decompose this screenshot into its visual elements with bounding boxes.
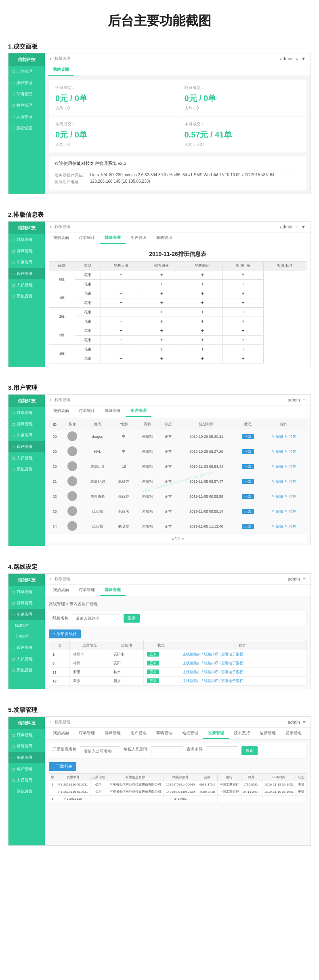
action-link[interactable]: ✎ 编辑 bbox=[272, 435, 283, 439]
tab-5-schedule[interactable]: 排班管理 bbox=[100, 728, 126, 739]
sidebar-item-3-vehicles[interactable]: □ 车辆管理 bbox=[8, 430, 45, 441]
tab-2-vehicles[interactable]: 车辆管理 bbox=[151, 232, 177, 244]
action-link[interactable]: ✎ 拉黑 bbox=[285, 435, 296, 439]
tab-2-schedule[interactable]: 排班管理 bbox=[100, 232, 126, 244]
tab-5-users[interactable]: 用户管理 bbox=[126, 728, 151, 739]
action-link[interactable]: ✎ 编辑 bbox=[272, 479, 283, 484]
action-link[interactable]: ✎ 拉黑 bbox=[285, 479, 296, 484]
back-icon-5[interactable]: ‹ bbox=[50, 720, 51, 724]
search-button-4[interactable]: 搜索 bbox=[124, 614, 140, 623]
menu-icon-5[interactable]: ≡ bbox=[303, 720, 306, 724]
tab-2-desk[interactable]: 我的桌面 bbox=[48, 232, 74, 244]
tab-4-desk[interactable]: 我的桌面 bbox=[48, 585, 74, 596]
sidebar-item-2-vehicles[interactable]: □ 车辆管理 bbox=[8, 257, 45, 268]
sidebar-item-3-customers[interactable]: □ 购户管理 bbox=[8, 441, 45, 452]
tab-2-order-stats[interactable]: 订单统计 bbox=[74, 232, 100, 244]
tab-3-schedule[interactable]: 排班管理 bbox=[100, 406, 126, 417]
action-link[interactable]: ✎ 编辑 bbox=[272, 494, 283, 498]
tab-5-orders[interactable]: 订单管理 bbox=[74, 728, 100, 739]
sidebar-item-settings[interactable]: □ 系统设置 bbox=[8, 122, 45, 134]
user-table: ID 头像 账号 性别 昵称 状态 注册时间 状态 操作 20dragon男未填… bbox=[48, 420, 307, 534]
tab-5-tech[interactable]: 技术支持 bbox=[229, 728, 255, 739]
sidebar-item-5-vehicles[interactable]: □ 车辆管理 bbox=[8, 752, 45, 763]
invoice-filter-input-1[interactable] bbox=[80, 746, 120, 755]
action-link[interactable]: ✎ 编辑 bbox=[272, 465, 283, 469]
action-link[interactable]: ✎ 拉黑 bbox=[285, 509, 296, 513]
sidebar-item-3-staff[interactable]: □ 人员管理 bbox=[8, 452, 45, 464]
back-icon-3[interactable]: ‹ bbox=[50, 397, 51, 402]
sidebar-item-2-schedule[interactable]: □ 排班管理 bbox=[8, 245, 45, 257]
sidebar-item-2-customers[interactable]: □ 购户管理 bbox=[8, 268, 45, 279]
sidebar-item-4-orders[interactable]: □ 订单管理 bbox=[8, 586, 45, 598]
sidebar-item-4-settings[interactable]: □ 系统设置 bbox=[8, 665, 45, 676]
tab-4-orders[interactable]: 订单管理 bbox=[74, 585, 100, 596]
staff-icon-2: □ bbox=[13, 283, 15, 287]
tab-5-stations[interactable]: 站点管理 bbox=[177, 728, 203, 739]
tab-4-schedule[interactable]: 排班管理 bbox=[100, 585, 126, 596]
sidebar-item-4-schedule[interactable]: □ 排班管理 bbox=[8, 598, 45, 609]
sidebar-item-orders[interactable]: □ 订单管理 bbox=[8, 66, 45, 77]
sidebar-subitem-routes[interactable]: 线路管理 bbox=[8, 620, 45, 631]
sidebar-item-3-orders[interactable]: □ 订单管理 bbox=[8, 407, 45, 418]
schedule-data-cell: + bbox=[141, 336, 182, 345]
bell-icon-1[interactable]: ▼ bbox=[301, 56, 306, 61]
menu-icon-4[interactable]: ≡ bbox=[303, 577, 306, 581]
sidebar-item-vehicles[interactable]: □ 车辆管理 bbox=[8, 89, 45, 100]
sidebar-item-5-staff[interactable]: □ 人员管理 bbox=[8, 775, 45, 786]
menu-icon-2[interactable]: ≡ bbox=[296, 224, 298, 229]
action-link[interactable]: ✎ 编辑 bbox=[272, 509, 283, 513]
invoice-filter-input-3[interactable] bbox=[206, 746, 238, 755]
table-row: 11安阳林州正常主线路路由 / 线路排序 / 查看电子围栏 bbox=[49, 668, 306, 677]
back-icon[interactable]: ‹ bbox=[50, 56, 51, 61]
back-icon-2[interactable]: ‹ bbox=[50, 224, 51, 229]
sidebar-item-3-settings[interactable]: □ 系统设置 bbox=[8, 464, 45, 475]
tab-5-invoice2[interactable]: 发票管理 bbox=[281, 728, 306, 739]
action-link[interactable]: ✎ 编辑 bbox=[272, 450, 283, 454]
tab-5-vehicles[interactable]: 车辆管理 bbox=[151, 728, 177, 739]
back-icon-4[interactable]: ‹ bbox=[50, 577, 51, 581]
topbar-left-3: ‹ 权限管理 bbox=[50, 397, 71, 403]
bell-icon-2[interactable]: ▼ bbox=[301, 224, 306, 229]
sidebar-item-customers[interactable]: □ 购户管理 bbox=[8, 100, 45, 111]
sidebar-item-4-vehicles[interactable]: □ 车辆管理 bbox=[8, 609, 45, 620]
avatar bbox=[67, 446, 77, 456]
menu-icon-1[interactable]: ≡ bbox=[296, 56, 298, 61]
action-link[interactable]: ✎ 拉黑 bbox=[285, 465, 296, 469]
menu-icon-3[interactable]: ≡ bbox=[303, 397, 306, 402]
sidebar-item-3-schedule[interactable]: □ 排班管理 bbox=[8, 418, 45, 430]
tab-my-desk[interactable]: 我的桌面 bbox=[48, 64, 74, 76]
add-route-button[interactable]: + 添加新线路 bbox=[49, 629, 81, 638]
sidebar-item-4-customers[interactable]: □ 购户管理 bbox=[8, 642, 45, 653]
sidebar-item-2-settings[interactable]: □ 系统设置 bbox=[8, 291, 45, 302]
sidebar-item-staff[interactable]: □ 人员管理 bbox=[8, 111, 45, 122]
sidebar-item-5-schedule[interactable]: □ 排班管理 bbox=[8, 741, 45, 752]
action-link[interactable]: ✎ 编辑 bbox=[272, 524, 283, 528]
tab-5-desk[interactable]: 我的桌面 bbox=[48, 728, 74, 739]
th-inv-amount: 金额 bbox=[197, 774, 218, 781]
sidebar-item-2-orders[interactable]: □ 订单管理 bbox=[8, 234, 45, 245]
invoice-export-button[interactable]: ↓ 下载列表 bbox=[49, 762, 76, 771]
filter-input-4[interactable] bbox=[72, 615, 120, 622]
tab-3-orders[interactable]: 订单统计 bbox=[74, 406, 100, 417]
sidebar-item-5-settings[interactable]: □ 系统设置 bbox=[8, 786, 45, 797]
invoice-search-button[interactable]: 搜索 bbox=[241, 746, 258, 755]
table-row: 23亿仙翁彭仅名未填写正常2019-11-05 05:59:14正常✎ 编辑✎ … bbox=[48, 504, 307, 519]
sidebar-item-2-staff[interactable]: □ 人员管理 bbox=[8, 279, 45, 291]
tab-5-invoice[interactable]: 发票管理 bbox=[203, 728, 229, 739]
tab-3-users[interactable]: 用户管理 bbox=[126, 406, 151, 417]
action-link[interactable]: ✎ 拉黑 bbox=[285, 524, 296, 528]
sidebar-item-5-orders[interactable]: □ 订单管理 bbox=[8, 729, 45, 741]
sidebar-subitem-vehicles[interactable]: 车辆管理 bbox=[8, 631, 45, 642]
sidebar-item-4-staff[interactable]: □ 人员管理 bbox=[8, 653, 45, 665]
invoice-filter-input-2[interactable] bbox=[151, 746, 183, 755]
tab-3-desk[interactable]: 我的桌面 bbox=[48, 406, 74, 417]
status-badge: 正常 bbox=[242, 479, 254, 484]
th-lead: 销售组长 bbox=[141, 262, 182, 270]
action-link[interactable]: ✎ 拉黑 bbox=[285, 450, 296, 454]
route-table: ID 运营地点 起始地 状态 操作 1林州市安阳市正常主线路路由 / 线路排序 … bbox=[49, 641, 306, 686]
action-link[interactable]: ✎ 拉黑 bbox=[285, 494, 296, 498]
tab-5-freight[interactable]: 运费管理 bbox=[255, 728, 281, 739]
sidebar-item-schedule[interactable]: □ 排班管理 bbox=[8, 77, 45, 89]
tab-2-users[interactable]: 用户管理 bbox=[126, 232, 151, 244]
sidebar-item-5-customers[interactable]: □ 购户管理 bbox=[8, 763, 45, 775]
